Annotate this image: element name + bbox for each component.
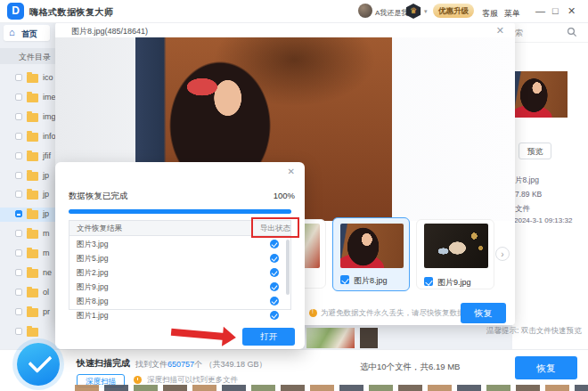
sidebar-folder-jp-selected[interactable]: jp [0, 208, 55, 222]
app-title: 嗨格式数据恢复大师 [29, 6, 114, 19]
window-minimize-button[interactable]: — [535, 5, 545, 16]
home-tab[interactable]: ⌂ 首页 [4, 25, 50, 41]
folder-icon [27, 113, 38, 122]
user-avatar[interactable] [358, 4, 372, 18]
sidebar-folder-m2[interactable]: m [0, 247, 55, 261]
folder-checkbox[interactable] [15, 308, 22, 315]
recovery-status-text: 数据恢复已完成 [69, 191, 128, 202]
sidebar-folder-ne[interactable]: ne [0, 266, 55, 281]
sidebar-folder-info[interactable]: info [0, 130, 55, 144]
sidebar-folder-ime[interactable]: ime [0, 91, 55, 105]
export-success-icon [270, 240, 279, 248]
menu-button[interactable]: 菜单 [504, 8, 520, 20]
folder-label: m [43, 248, 50, 257]
folder-icon [27, 94, 38, 102]
search-input[interactable]: 索 [515, 28, 523, 39]
sidebar-folder-jfif[interactable]: jfif [0, 150, 55, 164]
scrollbar[interactable] [286, 240, 290, 295]
sidebar-folder-jp2[interactable]: jp [0, 188, 55, 202]
thumbnail-card-selected[interactable]: 图片8.jpg [332, 217, 410, 291]
table-row: 图片9.jpg [69, 280, 290, 294]
export-success-icon [270, 254, 279, 263]
sidebar-folder-pr[interactable]: pr [0, 305, 55, 320]
sidebar-folder-partial[interactable] [0, 325, 55, 339]
file-name-value: 片8.jpg [515, 175, 539, 186]
folder-checkbox[interactable] [15, 74, 22, 81]
data-loss-warning: 为避免数据文件永久丢失，请尽快恢复数据。 [321, 308, 472, 319]
selected-file-preview-thumbnail[interactable] [515, 71, 568, 118]
thumbnail-name: 图片9.jpg [437, 277, 471, 289]
deep-scan-hint-icon [134, 376, 142, 384]
file-info-panel: 索 预览 片8.jpg 7.89 KB 文件 2024-3-1 09:13:32 [512, 22, 588, 349]
title-bar: D 嗨格式数据恢复大师 A我还是我A ♛ ▾ 优惠升级 客服 菜单 — □ ✕ [0, 0, 588, 23]
folder-checkbox[interactable] [15, 191, 22, 198]
recover-button[interactable]: 恢复 [461, 303, 506, 323]
sidebar-folder-ol[interactable]: ol [0, 286, 55, 300]
file-type-value: 文件 [515, 204, 530, 215]
export-success-icon [270, 297, 279, 305]
recovery-percent: 100% [274, 191, 295, 200]
file-size-value: 7.89 KB [515, 190, 542, 199]
folder-checkbox[interactable] [15, 94, 22, 101]
window-maximize-button[interactable]: □ [552, 5, 559, 16]
folder-icon [27, 172, 38, 181]
table-row: 图片8.jpg [69, 294, 290, 308]
folder-icon [27, 74, 38, 83]
open-button[interactable]: 打开 [242, 328, 295, 346]
customer-service-button[interactable]: 客服 [482, 8, 498, 20]
window-close-button[interactable]: ✕ [568, 5, 576, 17]
file-directory-label: 文件目录 [19, 52, 51, 63]
carousel-next-icon[interactable]: › [495, 247, 510, 261]
status-bar: 快速扫描完成 找到文件650757个 （共349.18 GB） 深度扫描 深度扫… [0, 349, 588, 391]
folder-checkbox[interactable] [15, 133, 22, 140]
scan-complete-label: 快速扫描完成 [77, 357, 130, 370]
scan-result-text: 找到文件650757个 （共349.18 GB） [135, 359, 267, 371]
thumbnail-name: 图片8.jpg [354, 275, 388, 287]
upgrade-button[interactable]: 优惠升级 [433, 4, 474, 18]
sidebar-folder-ico[interactable]: ico [0, 71, 55, 86]
selection-summary: 选中10个文件，共6.19 MB [360, 362, 460, 373]
folder-checkbox[interactable] [15, 230, 22, 237]
folder-checkbox[interactable] [15, 113, 22, 120]
file-name: 图片2.jpg [77, 268, 108, 279]
folder-checkbox[interactable] [15, 172, 22, 179]
folder-icon [27, 230, 38, 239]
scan-complete-check-icon [17, 343, 60, 386]
folder-checkbox[interactable] [15, 328, 22, 335]
preview-button[interactable]: 预览 [519, 143, 551, 159]
folder-checkbox[interactable] [15, 152, 22, 159]
close-icon[interactable]: ✕ [288, 167, 295, 176]
export-success-icon [270, 282, 279, 291]
folder-icon [27, 133, 38, 142]
thumbnail-card[interactable]: 图片9.jpg [416, 219, 494, 289]
search-icon[interactable] [567, 27, 577, 37]
folder-label: info [43, 132, 56, 141]
close-icon[interactable]: ✕ [496, 25, 504, 37]
folder-checkbox[interactable] [15, 289, 22, 296]
table-row: 图片2.jpg [69, 265, 290, 280]
thumbnail-checkbox[interactable] [340, 275, 349, 284]
found-suffix: 个 （共349.18 GB） [194, 360, 267, 369]
folder-label: jfif [43, 151, 51, 160]
folder-checkbox[interactable] [15, 269, 22, 276]
folder-icon [27, 152, 38, 161]
folder-checkbox-indeterminate[interactable] [15, 210, 22, 217]
thumbnail-image [424, 224, 488, 268]
thumbnail-checkbox[interactable] [424, 277, 433, 286]
folder-label: jp [43, 209, 49, 218]
export-success-icon [270, 311, 279, 320]
sidebar-folder-jp1[interactable]: jp [0, 169, 55, 183]
file-time-value: 2024-3-1 09:13:32 [514, 216, 572, 224]
sidebar-folder-m1[interactable]: m [0, 227, 55, 241]
sidebar-folder-img[interactable]: img [0, 110, 55, 125]
recover-button-main[interactable]: 恢复 [515, 356, 577, 379]
column-file-result: 文件恢复结果 [77, 224, 122, 234]
file-name: 图片5.jpg [77, 254, 108, 265]
folder-checkbox[interactable] [15, 249, 22, 257]
found-count[interactable]: 650757 [167, 360, 194, 369]
divider [512, 42, 588, 43]
chevron-down-icon[interactable]: ▾ [424, 8, 428, 15]
folder-icon [27, 191, 38, 200]
home-label: 首页 [21, 29, 37, 40]
thumbnail-strip [75, 385, 588, 391]
